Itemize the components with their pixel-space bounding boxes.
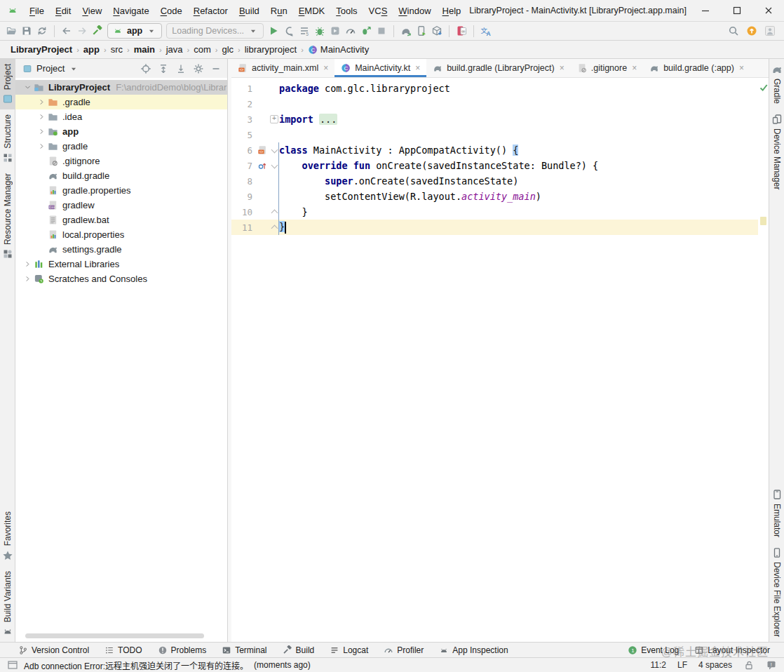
tree-row-build-gradle[interactable]: build.gradle — [15, 168, 227, 183]
device-manager-icon[interactable] — [416, 25, 427, 36]
tree-row-local-properties[interactable]: local.properties — [15, 227, 227, 242]
tree-row-gradle-properties[interactable]: gradle.properties — [15, 183, 227, 198]
code-area[interactable]: 1package com.glc.libraryproject23import … — [231, 78, 758, 642]
caret-position[interactable]: 11:2 — [650, 660, 665, 670]
attach-debugger-icon[interactable] — [283, 25, 295, 36]
code-line-9[interactable]: 9 setContentView(R.layout.activity_main) — [231, 189, 758, 204]
menu-view[interactable]: View — [76, 2, 107, 20]
tool-window-button-app-inspection[interactable]: App Inspection — [439, 645, 508, 655]
tool-window-button-layout-inspector[interactable]: Layout Inspector — [694, 645, 770, 655]
tree-row--gradle[interactable]: .gradle — [15, 95, 227, 109]
editor-tab-build-gradle-app-[interactable]: build.gradle (:app)× — [643, 59, 750, 77]
tree-row--gitignore[interactable]: .gitignore — [15, 154, 227, 168]
device-selector[interactable]: Loading Devices... — [166, 23, 264, 39]
save-all-icon[interactable] — [21, 25, 32, 36]
notification-icon[interactable]: ! — [766, 659, 777, 671]
tool-window-button-problems[interactable]: Problems — [158, 645, 207, 655]
tab-close-icon[interactable]: × — [323, 63, 328, 73]
tree-row-gradlew[interactable]: C++gradlew — [15, 198, 227, 213]
tree-row-gradle[interactable]: gradle — [15, 139, 227, 154]
menu-run[interactable]: Run — [265, 2, 293, 20]
expand-all-icon[interactable] — [158, 63, 169, 74]
tool-window-button-logcat[interactable]: Logcat — [330, 645, 368, 655]
profile-app-icon[interactable] — [330, 25, 341, 36]
build-hammer-icon[interactable] — [92, 25, 103, 36]
tool-window-button-profiler[interactable]: Profiler — [384, 645, 424, 655]
menu-navigate[interactable]: Navigate — [107, 2, 154, 20]
tool-window-button-version-control[interactable]: Version Control — [18, 645, 89, 655]
tree-chevron[interactable] — [35, 142, 48, 150]
breadcrumb-item-libraryproject[interactable]: libraryproject — [243, 43, 299, 56]
readonly-lock-icon[interactable] — [743, 659, 755, 671]
code-line-8[interactable]: 8 super.onCreate(savedInstanceState) — [231, 173, 758, 189]
tab-close-icon[interactable]: × — [739, 63, 744, 73]
search-everywhere-icon[interactable] — [728, 25, 739, 36]
line-separator[interactable]: LF — [677, 660, 687, 670]
menu-window[interactable]: Window — [393, 2, 436, 20]
tree-row--idea[interactable]: .idea — [15, 109, 227, 124]
tree-row-settings-gradle[interactable]: settings.gradle — [15, 242, 227, 257]
code-line-6[interactable]: 6<>class MainActivity : AppCompatActivit… — [231, 142, 758, 158]
tree-chevron[interactable] — [35, 113, 48, 121]
breadcrumb-item-libraryproject[interactable]: LibraryProject — [8, 43, 74, 56]
tab-close-icon[interactable]: × — [632, 63, 637, 73]
breadcrumb-item-src[interactable]: src — [109, 43, 125, 56]
horizontal-scrollbar[interactable] — [25, 633, 204, 638]
strip-item-emulator[interactable]: Emulator — [769, 484, 784, 542]
menu-refactor[interactable]: Refactor — [188, 2, 234, 20]
hide-panel-icon[interactable] — [210, 63, 222, 74]
gradle-sync-icon[interactable] — [400, 25, 412, 36]
tree-row-libraryproject[interactable]: LibraryProjectF:\androidDemo\blog\Librar — [15, 80, 227, 95]
breadcrumb-item-main[interactable]: main — [132, 43, 157, 56]
run-configuration-selector[interactable]: app — [107, 23, 162, 39]
menu-build[interactable]: Build — [234, 2, 265, 20]
tree-chevron[interactable] — [35, 98, 48, 106]
debug-icon[interactable] — [314, 25, 325, 36]
code-line-10[interactable]: 10 } — [231, 204, 758, 220]
breadcrumb-item-glc[interactable]: glc — [219, 43, 236, 56]
strip-item-build-variants[interactable]: Build Variants — [0, 566, 15, 642]
breadcrumb-item-app[interactable]: app — [81, 43, 102, 56]
fold-marker[interactable] — [269, 164, 279, 168]
fold-marker[interactable] — [269, 115, 279, 123]
maximize-button[interactable] — [721, 0, 752, 21]
tree-row-app[interactable]: app — [15, 124, 227, 139]
code-line-2[interactable]: 2 — [231, 96, 758, 112]
layout-inspector-icon[interactable]: ∞ — [456, 25, 467, 36]
code-line-5[interactable]: 5 — [231, 127, 758, 142]
tool-window-button-build[interactable]: Build — [283, 645, 315, 655]
sdk-manager-icon[interactable] — [431, 25, 442, 36]
breadcrumb-item-com[interactable]: com — [191, 43, 213, 56]
strip-item-resource-manager[interactable]: Resource Manager — [0, 168, 15, 264]
strip-item-favorites[interactable]: Favorites — [0, 506, 15, 565]
tree-chevron[interactable] — [21, 275, 34, 283]
breadcrumb-item-mainactivity[interactable]: CMainActivity — [306, 43, 371, 56]
strip-item-gradle[interactable]: Gradle — [769, 59, 784, 109]
tree-chevron[interactable] — [35, 128, 48, 135]
override-gutter-icon[interactable] — [255, 161, 269, 170]
profile-avatar-icon[interactable] — [764, 25, 776, 36]
apply-changes-icon[interactable] — [360, 25, 372, 36]
tool-window-button-todo[interactable]: TODO — [104, 645, 142, 655]
menu-code[interactable]: Code — [155, 2, 188, 20]
strip-item-device-file-explorer[interactable]: Device File Explorer — [769, 542, 784, 642]
menu-help[interactable]: Help — [437, 2, 467, 20]
editor-tab-build-gradle-libraryproject-[interactable]: build.gradle (LibraryProject)× — [426, 59, 571, 77]
minimize-button[interactable] — [689, 0, 721, 21]
code-line-3[interactable]: 3import ... — [231, 112, 758, 127]
tree-chevron[interactable] — [21, 83, 34, 91]
editor-tab--gitignore[interactable]: .gitignore× — [571, 59, 643, 77]
settings-gear-icon[interactable] — [193, 63, 204, 74]
fold-marker[interactable] — [269, 224, 279, 231]
run-with-coverage-icon[interactable]: 5 — [299, 25, 310, 36]
project-view-selector[interactable]: Project — [20, 62, 81, 75]
collapse-all-icon[interactable] — [175, 63, 187, 74]
back-icon[interactable] — [61, 25, 72, 36]
sync-icon[interactable] — [36, 25, 48, 36]
stripe-mark[interactable] — [760, 217, 766, 225]
tree-row-gradlew-bat[interactable]: gradlew.bat — [15, 213, 227, 227]
translate-icon[interactable]: 文A — [480, 25, 492, 36]
tool-window-button-terminal[interactable]: Terminal — [222, 645, 266, 655]
forward-icon[interactable] — [76, 25, 88, 36]
menu-vcs[interactable]: VCS — [363, 2, 393, 20]
